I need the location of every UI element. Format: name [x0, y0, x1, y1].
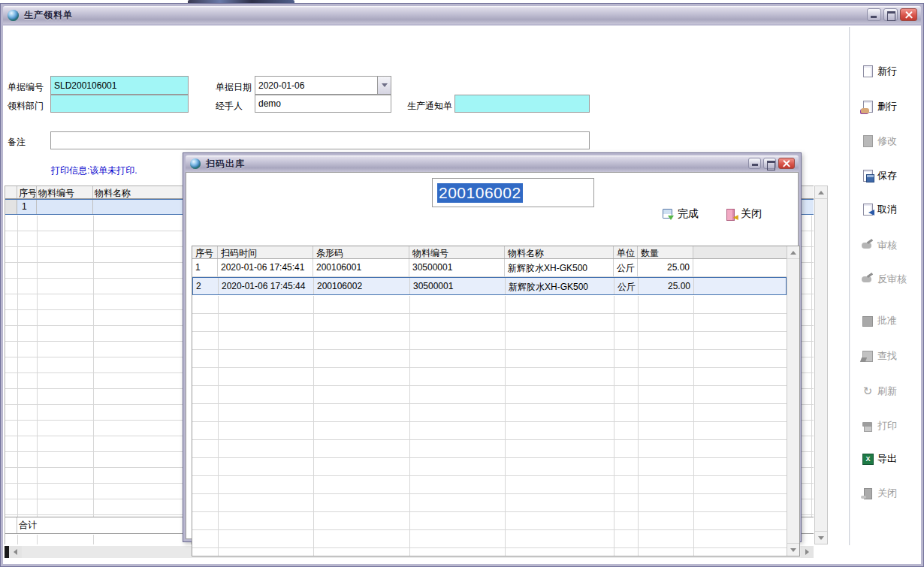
header-material-code[interactable]: 物料编号: [37, 186, 93, 198]
sidebar-label: 反审核: [877, 273, 907, 286]
doc-date-combo[interactable]: 2020-01-06: [255, 76, 391, 95]
cell-scan-time[interactable]: 2020-01-06 17:45:41: [218, 259, 313, 276]
cell-scan-time[interactable]: 2020-01-06 17:45:44: [219, 278, 314, 294]
minimize-button[interactable]: [867, 8, 881, 21]
print-info-text: 打印信息:该单未打印.: [51, 164, 137, 177]
sidebar-item-new-row[interactable]: 新行: [861, 62, 921, 80]
chevron-down-icon: [382, 83, 388, 87]
header-seq[interactable]: 序号: [192, 246, 218, 258]
scroll-up-button[interactable]: [815, 186, 827, 199]
cell-material-name[interactable]: 新辉胶水XH-GK500: [506, 278, 614, 294]
cell-material-code[interactable]: 30500001: [410, 278, 506, 294]
header-unit[interactable]: 单位: [614, 246, 638, 258]
close-icon: [861, 487, 874, 500]
sidebar-item-refresh: ↻ 刷新: [861, 382, 921, 400]
scroll-down-button[interactable]: [787, 543, 799, 556]
sidebar-item-export[interactable]: 导出: [861, 450, 921, 468]
row-selector-cell[interactable]: [5, 200, 17, 214]
cell-seq[interactable]: 1: [192, 259, 218, 276]
remark-label: 备注: [8, 136, 26, 149]
handler-field[interactable]: [255, 95, 391, 113]
scroll-left-button[interactable]: [9, 546, 22, 558]
doc-no-label: 单据编号: [8, 81, 44, 94]
production-notice-field[interactable]: [454, 95, 590, 113]
cell-barcode[interactable]: 200106001: [313, 259, 409, 276]
handler-label: 经手人: [216, 100, 243, 113]
dept-field[interactable]: [50, 95, 189, 113]
scroll-right-button[interactable]: [801, 546, 814, 558]
cell-barcode[interactable]: 200106002: [314, 278, 410, 294]
cell-unit[interactable]: 公斤: [614, 259, 638, 276]
dialog-close-label: 关闭: [741, 207, 762, 221]
header-material-name[interactable]: 物料名称: [93, 186, 191, 198]
doc-date-value: 2020-01-06: [255, 80, 377, 91]
header-seq[interactable]: 序号: [17, 186, 37, 198]
sidebar-item-print: 打印: [861, 417, 921, 435]
doc-date-dropdown-button[interactable]: [377, 77, 391, 94]
sidebar-item-delete-row[interactable]: 删行: [861, 98, 921, 116]
cell-unit[interactable]: 公斤: [614, 278, 639, 294]
export-icon: [861, 452, 874, 466]
header-material-code[interactable]: 物料编号: [409, 246, 505, 258]
sidebar-item-cancel[interactable]: 取消: [861, 201, 921, 219]
header-material-name[interactable]: 物料名称: [505, 246, 614, 258]
grid-column-line: [505, 296, 506, 556]
row-selector-header: [5, 186, 17, 198]
dialog-close-button[interactable]: [778, 158, 795, 169]
close-window-button[interactable]: [900, 8, 917, 21]
arrow-down-icon: [790, 548, 796, 552]
find-icon: [861, 349, 874, 363]
arrow-right-icon: [805, 549, 809, 555]
sidebar-label: 取消: [877, 203, 897, 216]
dialog-close-action-button[interactable]: 关闭: [724, 206, 762, 222]
doc-no-field[interactable]: [50, 76, 189, 95]
total-row-selector: [5, 517, 17, 533]
grid-column-line: [638, 296, 639, 556]
scan-table-vscrollbar[interactable]: [787, 246, 799, 556]
header-barcode[interactable]: 条形码: [313, 246, 409, 258]
dialog-maximize-button[interactable]: [763, 158, 776, 169]
grid-column-line: [313, 296, 314, 556]
maximize-button[interactable]: [883, 8, 898, 21]
notice-label: 生产通知单: [407, 100, 452, 113]
sidebar-item-unaudit: 反审核: [861, 270, 921, 288]
cell-qty[interactable]: 25.00: [639, 278, 694, 294]
cell-filler: [694, 278, 786, 294]
refresh-icon: ↻: [861, 385, 874, 398]
sidebar-item-save[interactable]: 保存: [861, 167, 921, 185]
header-scan-time[interactable]: 扫码时间: [218, 246, 313, 258]
scan-table-row-selected[interactable]: 2 2020-01-06 17:45:44 200106002 30500001…: [192, 277, 787, 295]
finish-label: 完成: [678, 207, 699, 221]
dialog-minimize-button[interactable]: [748, 158, 761, 169]
sidebar-item-approve: 批准: [861, 312, 921, 330]
dialog-title: 扫码出库: [206, 158, 245, 170]
sidebar-label: 刷新: [877, 385, 897, 398]
cell-material-code[interactable]: [37, 200, 93, 214]
scan-table-row[interactable]: 1 2020-01-06 17:45:41 200106001 30500001…: [192, 259, 787, 277]
main-titlebar: 生产领料单: [3, 6, 921, 24]
cell-material-name[interactable]: [93, 200, 191, 214]
cell-seq[interactable]: 2: [193, 278, 219, 294]
dialog-window-controls: [748, 158, 795, 169]
grid-column-line: [93, 535, 94, 544]
sidebar-label: 修改: [877, 134, 897, 148]
main-table-vscrollbar[interactable]: [814, 185, 828, 544]
header-qty[interactable]: 数量: [638, 246, 693, 258]
scroll-up-button[interactable]: [787, 246, 799, 259]
remark-field[interactable]: [50, 131, 590, 149]
dialog-body: 200106002 完成 关闭 序号 扫码时间 条形码 物料编号 物料名称 单位…: [186, 172, 799, 539]
cancel-icon: [861, 203, 874, 216]
cell-qty[interactable]: 25.00: [638, 259, 693, 276]
cell-material-code[interactable]: 30500001: [409, 259, 505, 276]
dialog-titlebar: 扫码出库: [186, 155, 799, 172]
finish-button[interactable]: 完成: [662, 206, 699, 222]
barcode-scan-input[interactable]: 200106002: [432, 178, 594, 207]
sidebar-item-audit: 审核: [861, 237, 921, 255]
grid-column-line: [93, 216, 94, 517]
sidebar-label: 打印: [877, 419, 897, 433]
cell-seq[interactable]: 1: [17, 200, 37, 214]
scroll-down-button[interactable]: [815, 531, 827, 544]
grid-column-line: [218, 296, 219, 556]
cell-material-name[interactable]: 新辉胶水XH-GK500: [505, 259, 614, 276]
dept-label: 领料部门: [8, 100, 44, 113]
